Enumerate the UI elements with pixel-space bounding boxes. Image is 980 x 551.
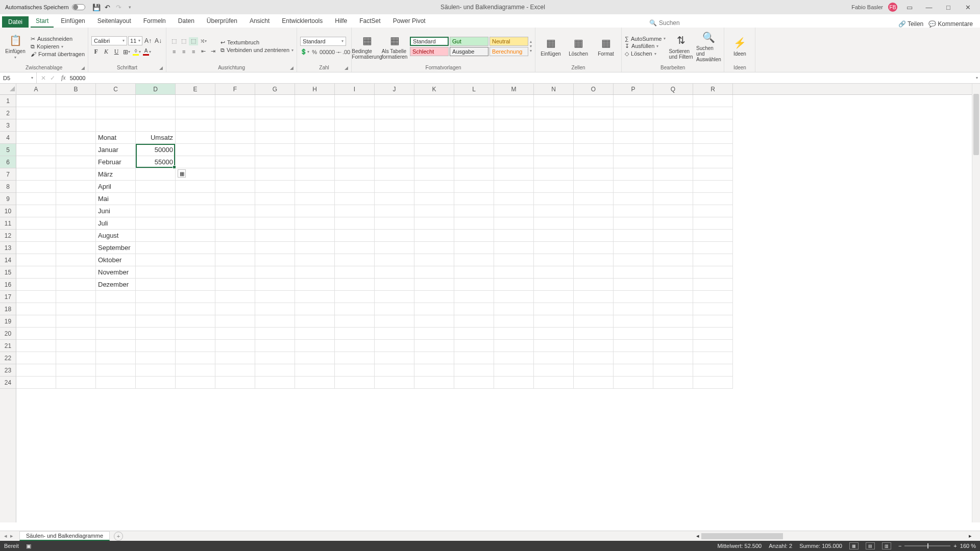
cell[interactable]: Mai — [96, 193, 136, 205]
cell[interactable] — [494, 315, 534, 328]
autosum-button[interactable]: ∑AutoSumme▾ — [625, 36, 666, 42]
decrease-font-icon[interactable]: A↓ — [154, 36, 163, 45]
cell[interactable] — [96, 303, 136, 315]
cell[interactable] — [653, 254, 693, 266]
cell[interactable] — [16, 217, 56, 230]
cell[interactable] — [16, 328, 56, 340]
cell[interactable] — [335, 181, 375, 193]
wrap-text-button[interactable]: ↩Textumbruch — [220, 39, 293, 46]
cell[interactable] — [16, 352, 56, 364]
cell[interactable] — [176, 230, 215, 242]
cell[interactable] — [414, 181, 454, 193]
cell[interactable] — [414, 95, 454, 107]
cell[interactable] — [56, 303, 96, 315]
cell[interactable] — [56, 230, 96, 242]
cell[interactable] — [653, 193, 693, 205]
cell[interactable] — [335, 291, 375, 303]
cell[interactable] — [16, 132, 56, 144]
increase-indent-icon[interactable]: ⇥ — [208, 47, 217, 56]
cell[interactable] — [136, 340, 176, 352]
zoom-slider[interactable] — [904, 545, 950, 546]
cell[interactable] — [136, 193, 176, 205]
cell[interactable] — [255, 193, 295, 205]
cell[interactable] — [295, 144, 335, 156]
macro-record-icon[interactable]: ▣ — [26, 543, 31, 549]
cell[interactable] — [414, 315, 454, 328]
cell[interactable]: 55000 — [136, 156, 176, 168]
cell-style-schlecht[interactable]: Schlecht — [410, 47, 449, 56]
dialog-launcher-icon[interactable]: ◢ — [345, 65, 348, 70]
cell[interactable] — [574, 230, 614, 242]
cell[interactable] — [16, 340, 56, 352]
cell[interactable] — [653, 107, 693, 119]
cell[interactable] — [454, 303, 494, 315]
cell[interactable] — [494, 144, 534, 156]
column-header[interactable]: D — [136, 84, 176, 94]
cell[interactable] — [534, 303, 574, 315]
cell[interactable] — [255, 254, 295, 266]
cell[interactable] — [614, 107, 653, 119]
cell[interactable] — [96, 340, 136, 352]
italic-button[interactable]: K — [102, 47, 111, 57]
column-header[interactable]: F — [215, 84, 255, 94]
cell[interactable] — [56, 132, 96, 144]
cell[interactable] — [414, 230, 454, 242]
ribbon-display-options-icon[interactable]: ▭ — [902, 4, 917, 11]
cell[interactable] — [614, 279, 653, 291]
cell[interactable]: April — [96, 181, 136, 193]
cell[interactable] — [494, 205, 534, 217]
cell[interactable] — [693, 340, 733, 352]
cell[interactable] — [693, 107, 733, 119]
cell[interactable] — [534, 132, 574, 144]
cell[interactable] — [375, 230, 414, 242]
cell[interactable] — [335, 193, 375, 205]
cell[interactable] — [653, 95, 693, 107]
cell[interactable] — [176, 242, 215, 254]
cell[interactable] — [295, 205, 335, 217]
cell[interactable] — [215, 193, 255, 205]
cell[interactable] — [454, 217, 494, 230]
horizontal-scrollbar[interactable]: ◂ ▸ — [696, 533, 972, 540]
cell[interactable] — [136, 315, 176, 328]
cell[interactable] — [693, 279, 733, 291]
cell[interactable] — [96, 107, 136, 119]
cell[interactable] — [255, 217, 295, 230]
cell[interactable] — [494, 119, 534, 132]
dialog-launcher-icon[interactable]: ◢ — [159, 65, 163, 70]
cell[interactable] — [614, 266, 653, 279]
cell[interactable] — [693, 119, 733, 132]
row-header[interactable]: 16 — [0, 279, 16, 291]
cell[interactable] — [454, 266, 494, 279]
cell[interactable] — [614, 315, 653, 328]
scroll-right-icon[interactable]: ▸ — [969, 533, 972, 539]
cell[interactable] — [653, 144, 693, 156]
cell[interactable] — [454, 315, 494, 328]
ribbon-tab-einfügen[interactable]: Einfügen — [56, 15, 90, 28]
page-layout-view-icon[interactable]: ▤ — [866, 542, 875, 549]
worksheet-grid[interactable]: ABCDEFGHIJKLMNOPQR 123456789101112131415… — [0, 84, 980, 531]
cell[interactable] — [414, 303, 454, 315]
cell[interactable] — [614, 119, 653, 132]
align-left-icon[interactable]: ≡ — [169, 47, 179, 56]
ribbon-tab-formeln[interactable]: Formeln — [138, 15, 171, 28]
cell[interactable] — [335, 156, 375, 168]
cell[interactable] — [494, 193, 534, 205]
cell[interactable] — [255, 377, 295, 389]
cell[interactable] — [215, 168, 255, 181]
cell[interactable] — [215, 107, 255, 119]
cell[interactable] — [693, 377, 733, 389]
cell[interactable] — [454, 168, 494, 181]
user-name[interactable]: Fabio Basler — [851, 4, 883, 10]
cell[interactable] — [56, 377, 96, 389]
cell[interactable] — [215, 95, 255, 107]
column-header[interactable]: K — [414, 84, 454, 94]
cell[interactable] — [574, 352, 614, 364]
cell[interactable] — [534, 205, 574, 217]
cell[interactable] — [574, 364, 614, 377]
cell[interactable] — [574, 107, 614, 119]
align-top-icon[interactable]: ⬚ — [169, 37, 179, 45]
decrease-indent-icon[interactable]: ⇤ — [199, 47, 208, 56]
cell[interactable] — [16, 95, 56, 107]
format-as-table-button[interactable]: ▦Als Tabelle formatieren — [382, 33, 407, 60]
align-right-icon[interactable]: ≡ — [189, 47, 198, 56]
